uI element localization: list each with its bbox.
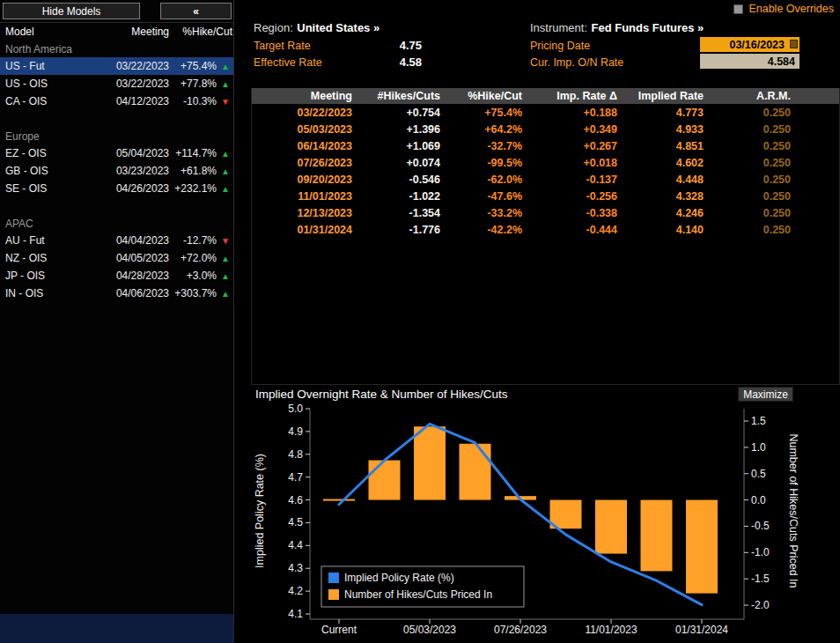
arrow-down-icon: ▼ [217, 97, 232, 107]
table-row[interactable]: 06/14/2023+1.069-32.7%+0.2674.8510.250 [252, 137, 839, 154]
instrument-selector[interactable]: Instrument: Fed Funds Futures » [530, 19, 704, 35]
legend-swatch-bars [328, 589, 339, 600]
arrow-up-icon: ▲ [217, 62, 232, 71]
current-implied-rate-field[interactable] [700, 54, 799, 69]
model-meeting-date: 03/22/2023 [72, 60, 169, 72]
instrument-value[interactable]: Fed Funds Futures » [591, 21, 704, 34]
left-axis-tick-label: 4.6 [288, 494, 303, 506]
region-selector[interactable]: Region: United States » [254, 19, 379, 35]
table-row[interactable]: 01/31/2024-1.776-42.2%-0.4444.1400.250 [252, 221, 839, 238]
cell-meeting: 11/01/2023 [252, 190, 357, 203]
model-meeting-date: 05/04/2023 [72, 147, 169, 159]
chart-titlebar: Implied Overnight Rate & Number of Hikes… [251, 386, 840, 403]
rate-chart: 5.04.94.84.74.64.54.44.34.24.11.51.00.50… [251, 403, 840, 643]
model-hike-pct: +232.1% [169, 182, 217, 195]
model-name: US - OIS [5, 78, 72, 90]
cell-hikes-cuts: -1.354 [357, 207, 446, 219]
left-axis-tick-label: 4.1 [288, 608, 303, 620]
left-axis-tick-label: 4.5 [288, 516, 303, 528]
cell-imp-rate-delta: -0.137 [527, 174, 623, 186]
model-row[interactable]: NZ - OIS04/05/2023+72.0%▲ [0, 249, 233, 267]
arrow-down-icon: ▼ [217, 236, 232, 246]
model-hike-pct: +72.0% [169, 252, 217, 264]
enable-overrides-checkbox[interactable] [733, 4, 743, 14]
arrow-up-icon: ▲ [217, 166, 232, 176]
right-axis-tick-label: -1.5 [751, 573, 770, 585]
cell-meeting: 05/03/2023 [252, 123, 357, 136]
sidebar-group-label: Europe [0, 129, 233, 144]
arrow-up-icon: ▲ [217, 254, 232, 263]
col-meeting: Meeting [252, 90, 357, 102]
models-sidebar: Hide Models « Model Meeting %Hike/Cut No… [0, 0, 234, 643]
model-row[interactable]: GB - OIS03/23/2023+61.8%▲ [0, 162, 233, 180]
maximize-button[interactable]: Maximize [738, 387, 793, 402]
model-row[interactable]: CA - OIS04/12/2023-10.3%▼ [0, 92, 233, 110]
model-hike-pct: +114.7% [169, 147, 217, 159]
right-axis-tick-label: 1.0 [751, 441, 766, 454]
col-hike-pct: %Hike/Cut [446, 90, 527, 102]
sidebar-toolbar: Hide Models « [0, 0, 233, 23]
model-name: NZ - OIS [5, 252, 72, 264]
enable-overrides-control[interactable]: Enable Overrides [733, 3, 834, 15]
table-row[interactable]: 05/03/2023+1.396+64.2%+0.3494.9330.250 [252, 121, 839, 137]
cell-arm: 0.250 [709, 174, 796, 186]
cell-arm: 0.250 [709, 190, 796, 203]
collapse-sidebar-button[interactable]: « [160, 3, 232, 19]
cell-meeting: 06/14/2023 [252, 140, 357, 152]
table-row[interactable]: 11/01/2023-1.022-47.6%-0.2564.3280.250 [252, 188, 839, 204]
left-axis-tick-label: 4.4 [288, 539, 303, 551]
pricing-date-input[interactable] [700, 37, 799, 52]
right-axis-tick-label: -2.0 [751, 599, 770, 611]
model-name: AU - Fut [5, 234, 72, 247]
sidebar-column-headers: Model Meeting %Hike/Cut [0, 23, 233, 40]
model-meeting-date: 04/05/2023 [72, 252, 169, 264]
cell-hikes-cuts: -0.546 [357, 174, 446, 186]
model-meeting-date: 04/06/2023 [72, 287, 169, 299]
cell-imp-rate-delta: +0.188 [527, 107, 623, 119]
cell-hike-pct: -33.2% [446, 207, 527, 219]
model-list: North AmericaUS - Fut03/22/2023+75.4%▲US… [0, 41, 233, 302]
table-row[interactable]: 12/13/2023-1.354-33.2%-0.3384.2460.250 [252, 204, 839, 221]
cell-arm: 0.250 [709, 157, 796, 169]
x-axis-tick-label: 07/26/2023 [494, 624, 547, 636]
col-hikes-cuts: #Hikes/Cuts [357, 90, 446, 102]
model-row[interactable]: IN - OIS04/06/2023+303.7%▲ [0, 285, 233, 302]
cell-hikes-cuts: +1.069 [357, 140, 446, 152]
cell-implied-rate: 4.773 [623, 107, 709, 119]
sidebar-col-model: Model [5, 26, 72, 38]
model-meeting-date: 03/23/2023 [72, 165, 169, 177]
cell-hike-pct: +75.4% [446, 107, 527, 119]
arrow-up-icon: ▲ [217, 289, 232, 299]
cell-hike-pct: -47.6% [446, 190, 527, 203]
region-value[interactable]: United States » [297, 21, 379, 34]
model-name: EZ - OIS [5, 147, 72, 159]
table-row[interactable]: 09/20/2023-0.546-62.0%-0.1374.4480.250 [252, 171, 839, 188]
table-row[interactable]: 03/22/2023+0.754+75.4%+0.1884.7730.250 [252, 104, 839, 121]
model-row[interactable]: EZ - OIS05/04/2023+114.7%▲ [0, 144, 233, 162]
model-row[interactable]: SE - OIS04/26/2023+232.1%▲ [0, 180, 233, 197]
arrow-up-icon: ▲ [217, 184, 232, 194]
meetings-table-body: 03/22/2023+0.754+75.4%+0.1884.7730.25005… [252, 104, 839, 238]
calendar-icon[interactable] [790, 40, 798, 48]
cell-arm: 0.250 [709, 140, 796, 152]
cell-hike-pct: -42.2% [446, 224, 527, 236]
model-name: SE - OIS [5, 182, 72, 195]
cell-imp-rate-delta: +0.267 [527, 140, 623, 152]
hide-models-button[interactable]: Hide Models [3, 3, 140, 19]
model-meeting-date: 04/28/2023 [72, 270, 169, 282]
cell-imp-rate-delta: -0.338 [527, 207, 623, 219]
left-axis-tick-label: 4.2 [288, 585, 303, 597]
right-axis-tick-label: 0.0 [751, 494, 766, 506]
target-rate-label: Target Rate [254, 40, 311, 52]
cell-arm: 0.250 [709, 107, 796, 119]
model-row[interactable]: AU - Fut04/04/2023-12.7%▼ [0, 232, 233, 249]
legend-label-line: Implied Policy Rate (%) [344, 572, 454, 584]
current-implied-rate-label: Cur. Imp. O/N Rate [530, 56, 623, 69]
model-row[interactable]: US - Fut03/22/2023+75.4%▲ [0, 57, 233, 75]
table-row[interactable]: 07/26/2023+0.074-99.5%+0.0184.6020.250 [252, 154, 839, 171]
model-hike-pct: +3.0% [169, 270, 217, 282]
effective-rate-label: Effective Rate [254, 56, 322, 69]
model-row[interactable]: US - OIS03/22/2023+77.8%▲ [0, 75, 233, 92]
model-row[interactable]: JP - OIS04/28/2023+3.0%▲ [0, 267, 233, 285]
hikes-cuts-bar [460, 444, 491, 500]
